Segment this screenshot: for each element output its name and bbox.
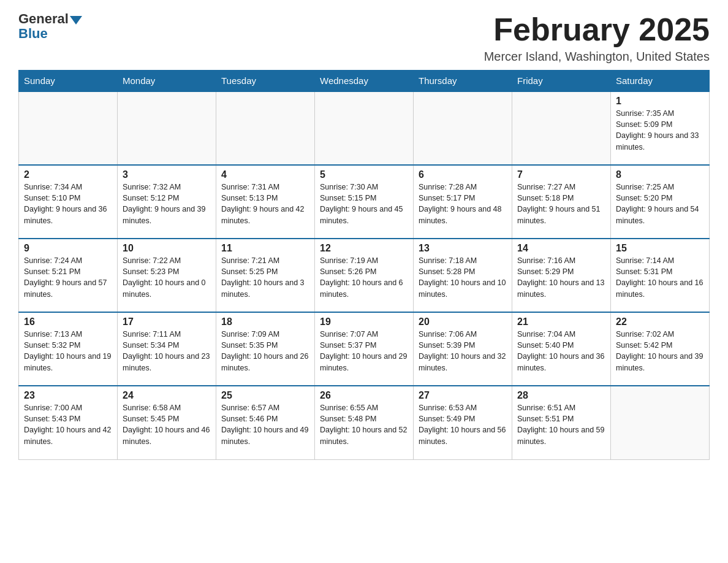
calendar-week-row: 1Sunrise: 7:35 AMSunset: 5:09 PMDaylight… — [19, 91, 710, 165]
calendar-cell: 17Sunrise: 7:11 AMSunset: 5:34 PMDayligh… — [118, 312, 216, 386]
calendar-cell: 26Sunrise: 6:55 AMSunset: 5:48 PMDayligh… — [315, 386, 414, 459]
day-sun-info: Sunrise: 7:18 AMSunset: 5:28 PMDaylight:… — [419, 255, 507, 300]
day-number: 28 — [517, 390, 605, 401]
day-sun-info: Sunrise: 7:09 AMSunset: 5:35 PMDaylight:… — [221, 329, 309, 373]
calendar-day-header: Sunday — [19, 71, 118, 92]
day-number: 19 — [320, 316, 408, 327]
location-subtitle: Mercer Island, Washington, United States — [484, 50, 710, 64]
calendar-day-header: Thursday — [414, 71, 512, 92]
day-sun-info: Sunrise: 6:57 AMSunset: 5:46 PMDaylight:… — [221, 402, 309, 447]
day-sun-info: Sunrise: 7:32 AMSunset: 5:12 PMDaylight:… — [123, 182, 211, 226]
calendar-cell: 1Sunrise: 7:35 AMSunset: 5:09 PMDaylight… — [611, 91, 710, 165]
day-sun-info: Sunrise: 7:21 AMSunset: 5:25 PMDaylight:… — [221, 255, 309, 300]
day-sun-info: Sunrise: 7:00 AMSunset: 5:43 PMDaylight:… — [24, 402, 112, 447]
calendar-cell — [611, 386, 710, 459]
day-number: 3 — [123, 169, 211, 180]
calendar-cell: 3Sunrise: 7:32 AMSunset: 5:12 PMDaylight… — [118, 165, 216, 239]
calendar-cell: 22Sunrise: 7:02 AMSunset: 5:42 PMDayligh… — [611, 312, 710, 386]
day-number: 12 — [320, 243, 408, 254]
day-number: 10 — [123, 243, 211, 254]
calendar-header-row: SundayMondayTuesdayWednesdayThursdayFrid… — [19, 71, 710, 92]
calendar-table: SundayMondayTuesdayWednesdayThursdayFrid… — [18, 70, 710, 460]
calendar-cell: 21Sunrise: 7:04 AMSunset: 5:40 PMDayligh… — [512, 312, 611, 386]
day-number: 11 — [221, 243, 309, 254]
calendar-cell: 14Sunrise: 7:16 AMSunset: 5:29 PMDayligh… — [512, 239, 611, 312]
day-sun-info: Sunrise: 7:07 AMSunset: 5:37 PMDaylight:… — [320, 329, 408, 373]
day-number: 9 — [24, 243, 112, 254]
day-sun-info: Sunrise: 7:25 AMSunset: 5:20 PMDaylight:… — [616, 182, 704, 226]
calendar-cell — [512, 91, 611, 165]
day-sun-info: Sunrise: 7:04 AMSunset: 5:40 PMDaylight:… — [517, 329, 605, 373]
day-sun-info: Sunrise: 6:55 AMSunset: 5:48 PMDaylight:… — [320, 402, 408, 447]
day-sun-info: Sunrise: 6:53 AMSunset: 5:49 PMDaylight:… — [419, 402, 507, 447]
calendar-cell: 19Sunrise: 7:07 AMSunset: 5:37 PMDayligh… — [315, 312, 414, 386]
calendar-cell: 4Sunrise: 7:31 AMSunset: 5:13 PMDaylight… — [216, 165, 315, 239]
calendar-cell: 11Sunrise: 7:21 AMSunset: 5:25 PMDayligh… — [216, 239, 315, 312]
calendar-cell: 15Sunrise: 7:14 AMSunset: 5:31 PMDayligh… — [611, 239, 710, 312]
day-sun-info: Sunrise: 7:14 AMSunset: 5:31 PMDaylight:… — [616, 255, 704, 300]
day-number: 18 — [221, 316, 309, 327]
calendar-day-header: Tuesday — [216, 71, 315, 92]
day-number: 24 — [123, 390, 211, 401]
calendar-cell: 9Sunrise: 7:24 AMSunset: 5:21 PMDaylight… — [19, 239, 118, 312]
calendar-day-header: Friday — [512, 71, 611, 92]
calendar-week-row: 2Sunrise: 7:34 AMSunset: 5:10 PMDaylight… — [19, 165, 710, 239]
calendar-cell — [216, 91, 315, 165]
day-number: 1 — [616, 96, 704, 107]
calendar-cell: 2Sunrise: 7:34 AMSunset: 5:10 PMDaylight… — [19, 165, 118, 239]
calendar-cell: 16Sunrise: 7:13 AMSunset: 5:32 PMDayligh… — [19, 312, 118, 386]
page-header: General Blue February 2025 Mercer Island… — [18, 12, 710, 64]
day-sun-info: Sunrise: 7:16 AMSunset: 5:29 PMDaylight:… — [517, 255, 605, 300]
calendar-cell: 20Sunrise: 7:06 AMSunset: 5:39 PMDayligh… — [414, 312, 512, 386]
day-sun-info: Sunrise: 7:28 AMSunset: 5:17 PMDaylight:… — [419, 182, 507, 226]
day-number: 4 — [221, 169, 309, 180]
calendar-cell: 27Sunrise: 6:53 AMSunset: 5:49 PMDayligh… — [414, 386, 512, 459]
calendar-day-header: Saturday — [611, 71, 710, 92]
day-sun-info: Sunrise: 7:13 AMSunset: 5:32 PMDaylight:… — [24, 329, 112, 373]
day-sun-info: Sunrise: 7:30 AMSunset: 5:15 PMDaylight:… — [320, 182, 408, 226]
calendar-cell: 7Sunrise: 7:27 AMSunset: 5:18 PMDaylight… — [512, 165, 611, 239]
calendar-cell: 12Sunrise: 7:19 AMSunset: 5:26 PMDayligh… — [315, 239, 414, 312]
day-number: 23 — [24, 390, 112, 401]
day-number: 20 — [419, 316, 507, 327]
logo-arrow-icon — [70, 16, 82, 25]
day-number: 13 — [419, 243, 507, 254]
day-number: 5 — [320, 169, 408, 180]
day-number: 14 — [517, 243, 605, 254]
day-sun-info: Sunrise: 7:19 AMSunset: 5:26 PMDaylight:… — [320, 255, 408, 300]
day-sun-info: Sunrise: 6:58 AMSunset: 5:45 PMDaylight:… — [123, 402, 211, 447]
calendar-cell — [19, 91, 118, 165]
calendar-cell: 25Sunrise: 6:57 AMSunset: 5:46 PMDayligh… — [216, 386, 315, 459]
day-sun-info: Sunrise: 7:06 AMSunset: 5:39 PMDaylight:… — [419, 329, 507, 373]
calendar-cell: 23Sunrise: 7:00 AMSunset: 5:43 PMDayligh… — [19, 386, 118, 459]
day-number: 17 — [123, 316, 211, 327]
calendar-cell — [414, 91, 512, 165]
day-sun-info: Sunrise: 7:11 AMSunset: 5:34 PMDaylight:… — [123, 329, 211, 373]
day-number: 21 — [517, 316, 605, 327]
day-sun-info: Sunrise: 7:27 AMSunset: 5:18 PMDaylight:… — [517, 182, 605, 226]
logo-blue-text: Blue — [18, 26, 48, 42]
calendar-cell: 10Sunrise: 7:22 AMSunset: 5:23 PMDayligh… — [118, 239, 216, 312]
calendar-cell: 5Sunrise: 7:30 AMSunset: 5:15 PMDaylight… — [315, 165, 414, 239]
calendar-cell — [315, 91, 414, 165]
calendar-cell: 6Sunrise: 7:28 AMSunset: 5:17 PMDaylight… — [414, 165, 512, 239]
day-sun-info: Sunrise: 7:02 AMSunset: 5:42 PMDaylight:… — [616, 329, 704, 373]
day-number: 15 — [616, 243, 704, 254]
calendar-week-row: 9Sunrise: 7:24 AMSunset: 5:21 PMDaylight… — [19, 239, 710, 312]
day-sun-info: Sunrise: 7:35 AMSunset: 5:09 PMDaylight:… — [616, 108, 704, 153]
calendar-day-header: Wednesday — [315, 71, 414, 92]
calendar-week-row: 23Sunrise: 7:00 AMSunset: 5:43 PMDayligh… — [19, 386, 710, 459]
day-number: 26 — [320, 390, 408, 401]
day-number: 8 — [616, 169, 704, 180]
title-area: February 2025 Mercer Island, Washington,… — [484, 12, 710, 64]
day-number: 2 — [24, 169, 112, 180]
calendar-cell: 8Sunrise: 7:25 AMSunset: 5:20 PMDaylight… — [611, 165, 710, 239]
day-sun-info: Sunrise: 7:22 AMSunset: 5:23 PMDaylight:… — [123, 255, 211, 300]
month-title: February 2025 — [484, 12, 710, 47]
day-number: 16 — [24, 316, 112, 327]
day-number: 7 — [517, 169, 605, 180]
calendar-day-header: Monday — [118, 71, 216, 92]
day-sun-info: Sunrise: 7:34 AMSunset: 5:10 PMDaylight:… — [24, 182, 112, 226]
calendar-cell: 13Sunrise: 7:18 AMSunset: 5:28 PMDayligh… — [414, 239, 512, 312]
calendar-cell: 18Sunrise: 7:09 AMSunset: 5:35 PMDayligh… — [216, 312, 315, 386]
